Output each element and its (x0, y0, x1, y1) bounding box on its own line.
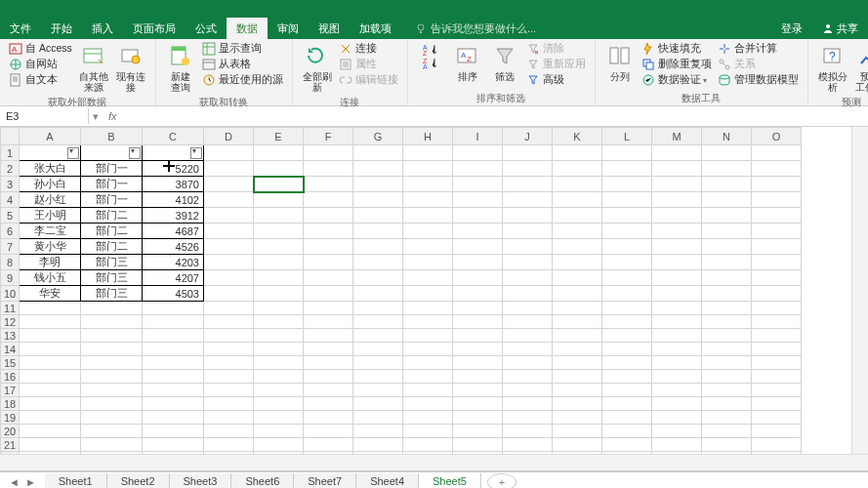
row-header[interactable]: 17 (1, 384, 20, 397)
cell-N12[interactable] (702, 315, 752, 329)
formula-input[interactable] (123, 114, 868, 118)
col-header-B[interactable]: B (81, 128, 143, 145)
sheet-tab-Sheet4[interactable]: Sheet4 (356, 473, 419, 488)
cell-C8[interactable]: 4203 (143, 255, 204, 270)
whatif-button[interactable]: ?模拟分析 (814, 41, 851, 95)
cell-E19[interactable] (254, 411, 304, 425)
cell-K21[interactable] (553, 438, 602, 452)
cell-L6[interactable] (602, 224, 652, 239)
cell-B5[interactable]: 部门二 (81, 208, 143, 224)
relationships-button[interactable]: 关系 (715, 57, 802, 72)
cell-M20[interactable] (652, 425, 702, 438)
sort-az-button[interactable]: AZZA (414, 41, 449, 72)
cell-K2[interactable] (553, 161, 602, 177)
cell-L14[interactable] (602, 343, 652, 356)
cell-A11[interactable] (20, 302, 81, 315)
cell-E5[interactable] (254, 208, 304, 224)
tell-me-box[interactable]: 告诉我您想要做什么... (409, 18, 542, 39)
cell-O4[interactable] (752, 192, 802, 208)
cell-F18[interactable] (304, 397, 353, 411)
sheet-tab-Sheet1[interactable]: Sheet1 (45, 473, 107, 488)
cell-L20[interactable] (602, 425, 652, 438)
cell-J6[interactable] (503, 224, 553, 239)
properties-button[interactable]: 属性 (336, 57, 401, 72)
cell-E14[interactable] (254, 343, 304, 356)
cell-E10[interactable] (254, 286, 304, 302)
cell-D10[interactable] (204, 286, 254, 302)
row-header[interactable]: 16 (1, 370, 20, 384)
cell-K13[interactable] (553, 329, 602, 343)
cell-L19[interactable] (602, 411, 652, 425)
cell-J7[interactable] (503, 239, 553, 255)
cell-O17[interactable] (752, 384, 802, 397)
cell-C4[interactable]: 4102 (143, 192, 204, 208)
cell-K10[interactable] (553, 286, 602, 302)
cell-L11[interactable] (602, 302, 652, 315)
cell-B2[interactable]: 部门一 (81, 161, 143, 177)
cell-N1[interactable] (702, 145, 752, 161)
filter-dropdown-icon[interactable] (190, 147, 202, 159)
cell-M19[interactable] (652, 411, 702, 425)
cell-I2[interactable] (453, 161, 503, 177)
cell-K3[interactable] (553, 177, 602, 192)
row-header[interactable]: 3 (1, 177, 20, 192)
row-header[interactable]: 11 (1, 302, 20, 315)
menu-插入[interactable]: 插入 (82, 18, 123, 39)
cell-M14[interactable] (652, 343, 702, 356)
row-header[interactable]: 21 (1, 438, 20, 452)
cell-L2[interactable] (602, 161, 652, 177)
cell-K11[interactable] (553, 302, 602, 315)
cell-O18[interactable] (752, 397, 802, 411)
cell-L8[interactable] (602, 255, 652, 270)
cell-O19[interactable] (752, 411, 802, 425)
cell-K5[interactable] (553, 208, 602, 224)
cell-G20[interactable] (353, 425, 403, 438)
cell-J12[interactable] (503, 315, 553, 329)
cell-E17[interactable] (254, 384, 304, 397)
cell-J1[interactable] (503, 145, 553, 161)
cell-D14[interactable] (204, 343, 254, 356)
cell-B20[interactable] (81, 425, 143, 438)
cell-N14[interactable] (702, 343, 752, 356)
cell-G7[interactable] (353, 239, 403, 255)
cell-G1[interactable] (353, 145, 403, 161)
cell-K15[interactable] (553, 356, 602, 370)
menu-页面布局[interactable]: 页面布局 (123, 18, 186, 39)
cell-M17[interactable] (652, 384, 702, 397)
cell-D20[interactable] (204, 425, 254, 438)
cell-B10[interactable]: 部门三 (81, 286, 143, 302)
row-header[interactable]: 7 (1, 239, 20, 255)
cell-F3[interactable] (304, 177, 353, 192)
cell-N11[interactable] (702, 302, 752, 315)
recent-sources-button[interactable]: 最近使用的源 (199, 72, 286, 88)
cell-J3[interactable] (503, 177, 553, 192)
cell-J4[interactable] (503, 192, 553, 208)
col-header-H[interactable]: H (403, 128, 453, 145)
sheet-tab-Sheet7[interactable]: Sheet7 (294, 473, 356, 488)
col-header-M[interactable]: M (652, 128, 702, 145)
cell-K16[interactable] (553, 370, 602, 384)
col-header-K[interactable]: K (553, 128, 602, 145)
cell-F17[interactable] (304, 384, 353, 397)
cell-J21[interactable] (503, 438, 553, 452)
col-header-I[interactable]: I (453, 128, 503, 145)
cell-D1[interactable] (204, 145, 254, 161)
cell-M8[interactable] (652, 255, 702, 270)
cell-M10[interactable] (652, 286, 702, 302)
cell-A8[interactable]: 李明 (20, 255, 81, 270)
sheet-tab-Sheet5[interactable]: Sheet5 (419, 473, 481, 488)
cell-D16[interactable] (204, 370, 254, 384)
cell-M16[interactable] (652, 370, 702, 384)
cell-O14[interactable] (752, 343, 802, 356)
cell-I20[interactable] (453, 425, 503, 438)
cell-L10[interactable] (602, 286, 652, 302)
cell-H19[interactable] (403, 411, 453, 425)
cell-D21[interactable] (204, 438, 254, 452)
cell-B15[interactable] (81, 356, 143, 370)
cell-O15[interactable] (752, 356, 802, 370)
cell-L1[interactable] (602, 145, 652, 161)
cell-N5[interactable] (702, 208, 752, 224)
cell-I14[interactable] (453, 343, 503, 356)
cell-C18[interactable] (143, 397, 204, 411)
cell-G9[interactable] (353, 270, 403, 286)
